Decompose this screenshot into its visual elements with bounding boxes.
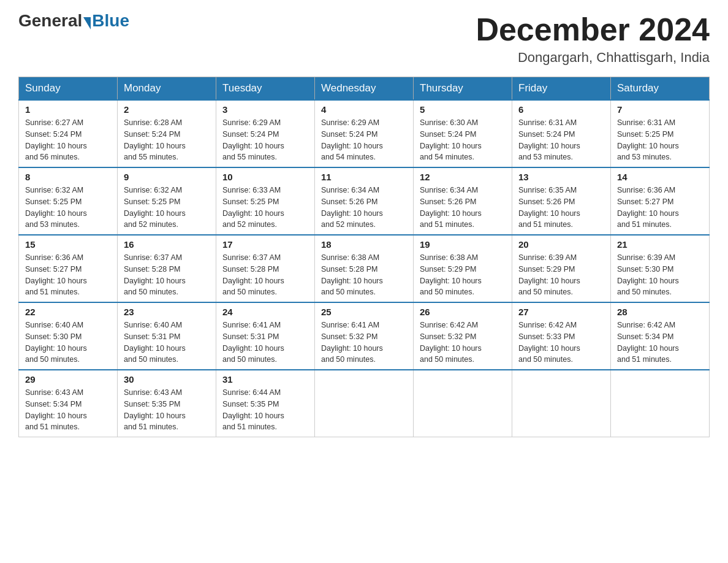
calendar-title: December 2024 bbox=[476, 12, 710, 47]
calendar-cell: 10Sunrise: 6:33 AMSunset: 5:25 PMDayligh… bbox=[216, 167, 315, 235]
calendar-cell: 12Sunrise: 6:34 AMSunset: 5:26 PMDayligh… bbox=[414, 167, 512, 235]
week-row-5: 29Sunrise: 6:43 AMSunset: 5:34 PMDayligh… bbox=[19, 370, 710, 437]
day-number: 24 bbox=[222, 307, 308, 317]
week-row-4: 22Sunrise: 6:40 AMSunset: 5:30 PMDayligh… bbox=[19, 302, 710, 370]
day-info: Sunrise: 6:31 AMSunset: 5:24 PMDaylight:… bbox=[518, 117, 604, 163]
day-number: 7 bbox=[617, 104, 703, 115]
day-info: Sunrise: 6:34 AMSunset: 5:26 PMDaylight:… bbox=[420, 185, 506, 231]
day-number: 21 bbox=[617, 239, 703, 250]
calendar-cell: 19Sunrise: 6:38 AMSunset: 5:29 PMDayligh… bbox=[414, 235, 512, 302]
day-info: Sunrise: 6:42 AMSunset: 5:34 PMDaylight:… bbox=[617, 320, 703, 366]
day-info: Sunrise: 6:35 AMSunset: 5:26 PMDaylight:… bbox=[518, 185, 604, 231]
col-header-friday: Friday bbox=[512, 77, 611, 101]
calendar-cell: 24Sunrise: 6:41 AMSunset: 5:31 PMDayligh… bbox=[216, 302, 315, 370]
day-info: Sunrise: 6:30 AMSunset: 5:24 PMDaylight:… bbox=[420, 117, 506, 163]
day-info: Sunrise: 6:27 AMSunset: 5:24 PMDaylight:… bbox=[25, 117, 111, 163]
day-info: Sunrise: 6:42 AMSunset: 5:33 PMDaylight:… bbox=[518, 320, 604, 366]
day-info: Sunrise: 6:41 AMSunset: 5:32 PMDaylight:… bbox=[321, 320, 407, 366]
day-number: 10 bbox=[222, 172, 308, 182]
day-number: 19 bbox=[420, 239, 506, 250]
calendar-cell: 8Sunrise: 6:32 AMSunset: 5:25 PMDaylight… bbox=[19, 167, 118, 235]
day-info: Sunrise: 6:29 AMSunset: 5:24 PMDaylight:… bbox=[222, 117, 308, 163]
day-info: Sunrise: 6:39 AMSunset: 5:29 PMDaylight:… bbox=[518, 252, 604, 298]
calendar-cell: 22Sunrise: 6:40 AMSunset: 5:30 PMDayligh… bbox=[19, 302, 118, 370]
day-number: 31 bbox=[222, 374, 308, 385]
day-number: 11 bbox=[321, 172, 407, 182]
day-info: Sunrise: 6:32 AMSunset: 5:25 PMDaylight:… bbox=[124, 185, 210, 231]
calendar-subtitle: Dongargarh, Chhattisgarh, India bbox=[476, 50, 710, 66]
day-number: 3 bbox=[222, 104, 308, 115]
day-number: 17 bbox=[222, 239, 308, 250]
day-number: 1 bbox=[25, 104, 111, 115]
day-info: Sunrise: 6:42 AMSunset: 5:32 PMDaylight:… bbox=[420, 320, 506, 366]
calendar-cell: 23Sunrise: 6:40 AMSunset: 5:31 PMDayligh… bbox=[118, 302, 216, 370]
day-number: 5 bbox=[420, 104, 506, 115]
calendar-cell: 15Sunrise: 6:36 AMSunset: 5:27 PMDayligh… bbox=[19, 235, 118, 302]
calendar-cell bbox=[315, 370, 414, 437]
calendar-cell: 18Sunrise: 6:38 AMSunset: 5:28 PMDayligh… bbox=[315, 235, 414, 302]
day-info: Sunrise: 6:43 AMSunset: 5:35 PMDaylight:… bbox=[124, 387, 210, 433]
logo: General Blue bbox=[18, 12, 129, 29]
day-info: Sunrise: 6:41 AMSunset: 5:31 PMDaylight:… bbox=[222, 320, 308, 366]
day-info: Sunrise: 6:38 AMSunset: 5:29 PMDaylight:… bbox=[420, 252, 506, 298]
calendar-cell: 14Sunrise: 6:36 AMSunset: 5:27 PMDayligh… bbox=[611, 167, 710, 235]
calendar-cell bbox=[512, 370, 611, 437]
week-row-3: 15Sunrise: 6:36 AMSunset: 5:27 PMDayligh… bbox=[19, 235, 710, 302]
col-header-sunday: Sunday bbox=[19, 77, 118, 101]
calendar-cell: 27Sunrise: 6:42 AMSunset: 5:33 PMDayligh… bbox=[512, 302, 611, 370]
logo-blue-text: Blue bbox=[92, 12, 129, 29]
day-info: Sunrise: 6:29 AMSunset: 5:24 PMDaylight:… bbox=[321, 117, 407, 163]
col-header-thursday: Thursday bbox=[414, 77, 512, 101]
day-number: 22 bbox=[25, 307, 111, 317]
day-number: 16 bbox=[124, 239, 210, 250]
day-info: Sunrise: 6:43 AMSunset: 5:34 PMDaylight:… bbox=[25, 387, 111, 433]
calendar-cell bbox=[611, 370, 710, 437]
header-row: SundayMondayTuesdayWednesdayThursdayFrid… bbox=[19, 77, 710, 101]
calendar-cell: 20Sunrise: 6:39 AMSunset: 5:29 PMDayligh… bbox=[512, 235, 611, 302]
calendar-cell: 25Sunrise: 6:41 AMSunset: 5:32 PMDayligh… bbox=[315, 302, 414, 370]
day-info: Sunrise: 6:36 AMSunset: 5:27 PMDaylight:… bbox=[617, 185, 703, 231]
day-number: 29 bbox=[25, 374, 111, 385]
day-number: 14 bbox=[617, 172, 703, 182]
calendar-cell: 6Sunrise: 6:31 AMSunset: 5:24 PMDaylight… bbox=[512, 100, 611, 167]
day-number: 25 bbox=[321, 307, 407, 317]
day-number: 4 bbox=[321, 104, 407, 115]
day-info: Sunrise: 6:37 AMSunset: 5:28 PMDaylight:… bbox=[222, 252, 308, 298]
calendar-cell: 5Sunrise: 6:30 AMSunset: 5:24 PMDaylight… bbox=[414, 100, 512, 167]
calendar-cell: 11Sunrise: 6:34 AMSunset: 5:26 PMDayligh… bbox=[315, 167, 414, 235]
logo-arrow-icon bbox=[83, 17, 91, 29]
day-info: Sunrise: 6:37 AMSunset: 5:28 PMDaylight:… bbox=[124, 252, 210, 298]
col-header-monday: Monday bbox=[118, 77, 216, 101]
day-number: 30 bbox=[124, 374, 210, 385]
title-area: December 2024 Dongargarh, Chhattisgarh, … bbox=[476, 12, 710, 66]
calendar-cell: 9Sunrise: 6:32 AMSunset: 5:25 PMDaylight… bbox=[118, 167, 216, 235]
calendar-cell: 29Sunrise: 6:43 AMSunset: 5:34 PMDayligh… bbox=[19, 370, 118, 437]
day-number: 2 bbox=[124, 104, 210, 115]
day-info: Sunrise: 6:33 AMSunset: 5:25 PMDaylight:… bbox=[222, 185, 308, 231]
calendar-cell: 31Sunrise: 6:44 AMSunset: 5:35 PMDayligh… bbox=[216, 370, 315, 437]
day-number: 13 bbox=[518, 172, 604, 182]
day-info: Sunrise: 6:31 AMSunset: 5:25 PMDaylight:… bbox=[617, 117, 703, 163]
calendar-cell bbox=[414, 370, 512, 437]
calendar-cell: 13Sunrise: 6:35 AMSunset: 5:26 PMDayligh… bbox=[512, 167, 611, 235]
calendar-cell: 17Sunrise: 6:37 AMSunset: 5:28 PMDayligh… bbox=[216, 235, 315, 302]
col-header-saturday: Saturday bbox=[611, 77, 710, 101]
day-info: Sunrise: 6:32 AMSunset: 5:25 PMDaylight:… bbox=[25, 185, 111, 231]
calendar-cell: 1Sunrise: 6:27 AMSunset: 5:24 PMDaylight… bbox=[19, 100, 118, 167]
day-number: 12 bbox=[420, 172, 506, 182]
day-number: 8 bbox=[25, 172, 111, 182]
col-header-tuesday: Tuesday bbox=[216, 77, 315, 101]
day-info: Sunrise: 6:39 AMSunset: 5:30 PMDaylight:… bbox=[617, 252, 703, 298]
day-number: 15 bbox=[25, 239, 111, 250]
calendar-cell: 4Sunrise: 6:29 AMSunset: 5:24 PMDaylight… bbox=[315, 100, 414, 167]
day-number: 23 bbox=[124, 307, 210, 317]
calendar-cell: 21Sunrise: 6:39 AMSunset: 5:30 PMDayligh… bbox=[611, 235, 710, 302]
day-info: Sunrise: 6:40 AMSunset: 5:31 PMDaylight:… bbox=[124, 320, 210, 366]
col-header-wednesday: Wednesday bbox=[315, 77, 414, 101]
day-number: 9 bbox=[124, 172, 210, 182]
week-row-2: 8Sunrise: 6:32 AMSunset: 5:25 PMDaylight… bbox=[19, 167, 710, 235]
day-number: 20 bbox=[518, 239, 604, 250]
day-info: Sunrise: 6:40 AMSunset: 5:30 PMDaylight:… bbox=[25, 320, 111, 366]
day-info: Sunrise: 6:44 AMSunset: 5:35 PMDaylight:… bbox=[222, 387, 308, 433]
day-info: Sunrise: 6:34 AMSunset: 5:26 PMDaylight:… bbox=[321, 185, 407, 231]
